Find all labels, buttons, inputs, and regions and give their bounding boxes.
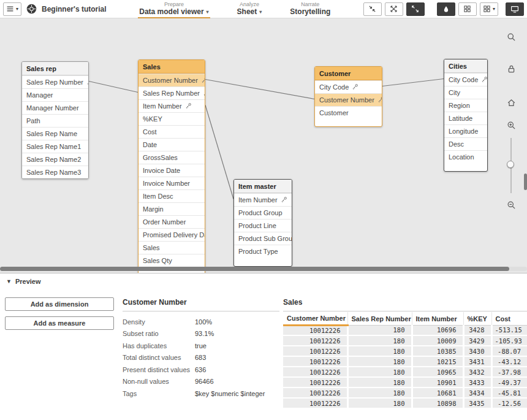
column-header-cost[interactable]: Cost [491,312,527,325]
model-table-sales-rep[interactable]: Sales repSales Rep NumberManagerManager … [21,61,89,179]
field-sales-rep-number[interactable]: Sales Rep Number [138,86,205,99]
nav-narrate-storytelling[interactable]: Narrate Storytelling [289,0,332,18]
table-title[interactable]: Sales rep [22,62,88,75]
field-order-number[interactable]: Order Number [138,215,205,228]
preview-cell: 3434 [463,388,491,398]
compass-icon[interactable] [26,4,37,14]
horizontal-scrollbar-track[interactable] [0,267,527,271]
field-item-number[interactable]: Item Number [234,193,292,206]
column-header-key[interactable]: %KEY [463,312,491,325]
field-customer[interactable]: Customer [315,106,382,119]
search-button[interactable] [504,32,518,42]
monitor-button[interactable] [506,2,524,16]
data-model-canvas[interactable]: Sales repSales Rep NumberManagerManager … [0,18,527,273]
zoom-in-button[interactable] [504,121,518,130]
add-as-measure-button[interactable]: Add as measure [5,316,114,330]
home-button[interactable] [504,98,518,107]
field-cost[interactable]: Cost [138,125,205,138]
field-invoice-date[interactable]: Invoice Date [138,164,205,177]
column-header-item-number[interactable]: Item Number [412,312,463,325]
field-details: Customer Number Density100%Subset ratio9… [123,297,279,400]
association-line[interactable] [205,105,233,199]
field-label: Path [26,117,40,124]
preview-collapse-toggle[interactable]: ▼ Preview [0,273,527,289]
field-customer-number[interactable]: Customer Number [138,74,205,86]
global-menu-button[interactable]: ▾ [3,2,21,16]
field-label: Sales Rep Name [26,130,77,137]
column-header-sales-rep-number[interactable]: Sales Rep Number [347,312,412,325]
field-city-code[interactable]: City Code [444,73,487,86]
field-path[interactable]: Path [22,114,88,127]
field-item-desc[interactable]: Item Desc [138,189,205,202]
field-longitude[interactable]: Longitude [444,124,487,137]
search-icon [507,32,516,42]
association-line[interactable] [382,79,444,86]
grid-button[interactable] [458,2,477,16]
property-value: true [195,342,207,349]
table-title[interactable]: Item master [234,180,292,193]
table-title[interactable]: Customer [315,67,382,80]
field-product-sub-group[interactable]: Product Sub Group [234,232,292,245]
association-line[interactable] [89,82,138,93]
field-margin[interactable]: Margin [138,202,205,215]
field-grosssales[interactable]: GrossSales [138,151,205,164]
grid-button-menu[interactable]: ▾ [480,2,498,16]
field-properties: Density100%Subset ratio93.1%Has duplicat… [123,316,279,400]
lock-button[interactable] [504,64,518,74]
property-label: Density [123,318,195,326]
model-table-customer[interactable]: CustomerCity CodeCustomer NumberCustomer [314,66,382,127]
property-label: Present distinct values [123,366,195,373]
field-item-number[interactable]: Item Number [138,99,205,112]
vertical-scrollbar-thumb[interactable] [524,174,527,190]
field-date[interactable]: Date [138,138,205,151]
model-table-item-master[interactable]: Item masterItem NumberProduct GroupProdu… [233,179,292,267]
field-promised-delivery-date[interactable]: Promised Delivery Date [138,228,205,241]
field-sales-rep-number[interactable]: Sales Rep Number [22,75,88,88]
field-sales-rep-name[interactable]: Sales Rep Name [22,127,88,140]
field-region[interactable]: Region [444,99,487,112]
field-sales-rep-name2[interactable]: Sales Rep Name2 [22,153,88,166]
arrows-expand-button[interactable] [406,2,425,16]
model-table-sales[interactable]: SalesCustomer NumberSales Rep NumberItem… [138,59,205,273]
preview-cell: 3431 [463,356,491,367]
association-line[interactable] [205,80,314,99]
field-label: Customer Number [143,77,198,84]
field-customer-number[interactable]: Customer Number [315,93,382,106]
field-city-code[interactable]: City Code [315,80,382,93]
field-sales-qty[interactable]: Sales Qty [138,254,205,267]
field-key[interactable]: %KEY [138,112,205,125]
field-manager[interactable]: Manager [22,88,88,101]
field-city[interactable]: City [444,86,487,99]
field-product-group[interactable]: Product Group [234,206,292,219]
arrows-collapse-button[interactable] [363,2,382,16]
preview-cell: 10385 [412,346,463,356]
table-preview: Sales Customer NumberSales Rep NumberIte… [283,297,527,409]
droplet-button[interactable] [437,2,455,16]
preview-cell: 3430 [463,346,491,356]
table-title[interactable]: Sales [138,60,205,74]
field-product-line[interactable]: Product Line [234,219,292,232]
column-header-customer-number[interactable]: Customer Number [283,312,347,325]
field-desc[interactable]: Desc [444,137,487,150]
table-title[interactable]: Cities [444,59,487,73]
field-manager-number[interactable]: Manager Number [22,101,88,114]
zoom-out-button[interactable] [504,200,518,210]
nav-analyze-sheet[interactable]: Analyze Sheet▾ [236,0,264,18]
arrows-crossed-button[interactable] [385,2,403,16]
field-sales-rep-name3[interactable]: Sales Rep Name3 [22,166,88,178]
preview-cell: 180 [347,398,412,408]
key-icon [481,76,487,84]
preview-cell: -45.81 [491,388,527,398]
model-table-cities[interactable]: CitiesCity CodeCityRegionLatitudeLongitu… [444,59,488,172]
zoom-slider-handle[interactable] [507,161,514,168]
lock-icon [507,64,516,74]
field-latitude[interactable]: Latitude [444,112,487,124]
field-sales-rep-name1[interactable]: Sales Rep Name1 [22,140,88,153]
field-location[interactable]: Location [444,150,487,163]
nav-prepare-data-model-viewer[interactable]: Prepare Data model viewer▾ [138,0,210,18]
add-as-dimension-button[interactable]: Add as dimension [5,297,114,311]
horizontal-scrollbar-thumb[interactable] [0,267,509,271]
field-product-type[interactable]: Product Type [234,245,292,258]
field-invoice-number[interactable]: Invoice Number [138,177,205,189]
field-sales[interactable]: Sales [138,241,205,254]
